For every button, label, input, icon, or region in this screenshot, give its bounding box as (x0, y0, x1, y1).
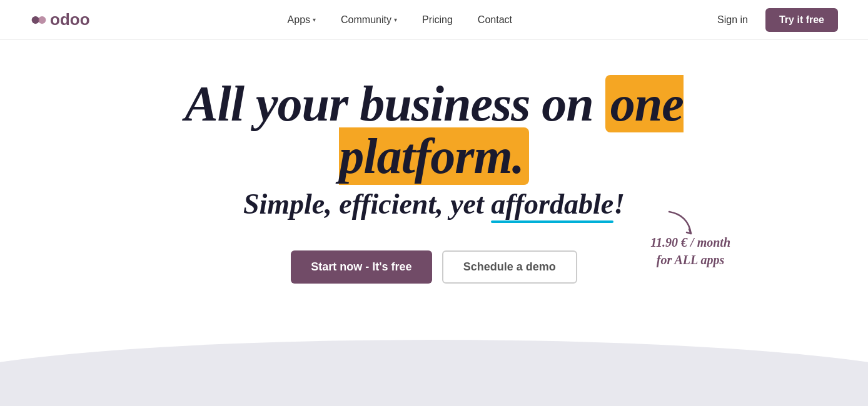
chevron-down-icon: ▾ (313, 16, 316, 23)
sign-in-button[interactable]: Sign in (710, 9, 755, 31)
hero-title-part1: All your business on (184, 76, 605, 131)
hero-title: All your business on one platform. (90, 77, 778, 182)
navbar: odoo Apps ▾ Community ▾ Pricing Contact … (0, 0, 868, 40)
svg-point-0 (32, 16, 39, 23)
nav-apps[interactable]: Apps ▾ (278, 9, 326, 31)
hero-subtitle: Simple, efficient, yet affordable! (243, 187, 625, 220)
nav-pricing[interactable]: Pricing (412, 9, 463, 31)
svg-point-1 (38, 16, 46, 23)
hero-subtitle-part2: ! (613, 188, 625, 220)
nav-pricing-label: Pricing (422, 14, 453, 26)
nav-community-label: Community (341, 14, 391, 26)
price-annotation: 11.90 € / monthfor ALL apps (650, 234, 730, 269)
hero-subtitle-part1: Simple, efficient, yet (243, 188, 491, 220)
hero-section: All your business on one platform. Simpl… (0, 40, 868, 327)
logo[interactable]: odoo (30, 10, 90, 29)
hero-buttons: Start now - It's free Schedule a demo (291, 250, 577, 284)
price-arrow-icon (663, 209, 700, 240)
logo-text: odoo (50, 10, 90, 29)
schedule-demo-button[interactable]: Schedule a demo (442, 250, 577, 284)
nav-community[interactable]: Community ▾ (331, 9, 407, 31)
hero-subtitle-highlight: affordable (491, 187, 613, 220)
curve-background (0, 340, 868, 406)
nav-apps-label: Apps (288, 14, 310, 26)
try-it-free-button[interactable]: Try it free (765, 8, 838, 32)
curved-section (0, 365, 868, 406)
nav-contact[interactable]: Contact (468, 9, 522, 31)
nav-contact-label: Contact (478, 14, 512, 26)
nav-links: Apps ▾ Community ▾ Pricing Contact (90, 9, 710, 31)
chevron-down-icon: ▾ (394, 16, 397, 23)
start-now-button[interactable]: Start now - It's free (291, 250, 431, 284)
nav-actions: Sign in Try it free (710, 8, 838, 32)
